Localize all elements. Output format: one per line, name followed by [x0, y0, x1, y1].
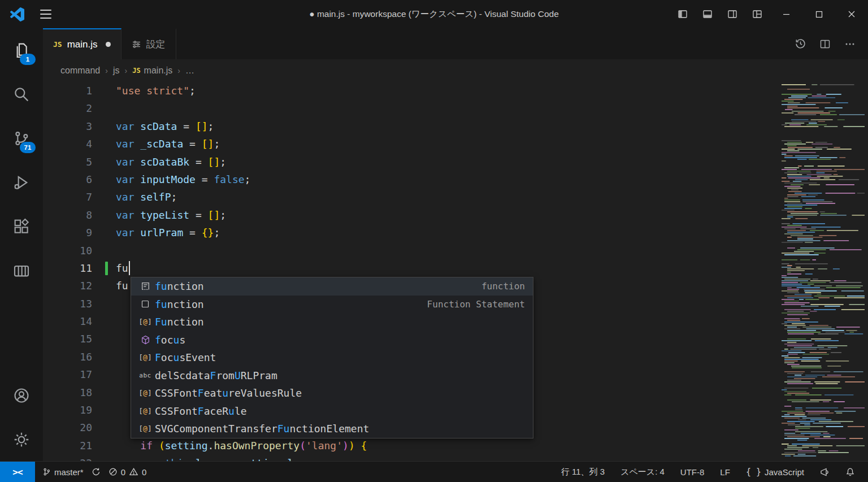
breadcrumb-file[interactable]: JS main.js	[132, 66, 172, 76]
gutter	[92, 135, 116, 153]
suggestion-item[interactable]: [@]SVGComponentTransferFunctionElement	[131, 420, 533, 438]
language-mode[interactable]: { } JavaScript	[741, 467, 809, 477]
sidebar-item-library[interactable]	[0, 249, 43, 293]
notifications-bell-icon[interactable]	[840, 467, 860, 477]
menu-icon[interactable]	[33, 5, 58, 24]
suggestion-label: Function	[155, 316, 204, 328]
warning-count: 0	[142, 467, 146, 477]
breadcrumb-folder[interactable]: js	[113, 66, 120, 76]
class-symbol-icon: [@]	[136, 407, 155, 415]
sidebar-item-source-control[interactable]: 71	[0, 116, 43, 160]
suggestion-label: function	[155, 280, 204, 292]
cursor-position[interactable]: 行 11、列 3	[556, 467, 610, 477]
code-text: var urlPram = {};	[116, 224, 220, 241]
history-icon[interactable]	[790, 34, 810, 54]
gutter	[92, 312, 116, 330]
gutter-added-indicator	[105, 262, 108, 275]
error-count: 0	[121, 467, 125, 477]
window-title: ● main.js - myworkspace (ワークスペース) - Visu…	[309, 8, 559, 20]
suggestion-label: focus	[155, 334, 185, 346]
minimap-container	[777, 59, 868, 462]
encoding[interactable]: UTF-8	[675, 467, 710, 477]
suggestion-item[interactable]: [@]CSSFontFeatureValuesRule	[131, 384, 533, 402]
suggestion-item[interactable]: [@]Function	[131, 313, 533, 331]
cube-symbol-icon	[136, 335, 155, 345]
code-line[interactable]: 3var scData = [];	[43, 118, 777, 135]
code-line[interactable]: 10	[43, 242, 777, 259]
settings-tune-icon	[132, 40, 141, 49]
remote-icon: ><	[12, 467, 22, 477]
eol-sequence[interactable]: LF	[715, 467, 735, 477]
code-line[interactable]: 8var typeList = [];	[43, 206, 777, 224]
feedback-icon[interactable]	[815, 467, 835, 477]
js-file-icon: JS	[53, 40, 62, 49]
toggle-primary-sidebar-icon[interactable]	[670, 0, 695, 28]
gutter	[92, 259, 116, 277]
suggestion-item[interactable]: functionFunction Statement	[131, 296, 533, 314]
class-symbol-icon: [@]	[136, 318, 155, 326]
sidebar-item-extensions[interactable]	[0, 205, 43, 249]
tab-main-js[interactable]: JS main.js	[43, 28, 121, 59]
breadcrumb: command › js › JS main.js › …	[43, 59, 777, 82]
breadcrumb-folder[interactable]: command	[60, 66, 100, 76]
more-actions-icon[interactable]	[840, 34, 860, 54]
suggestion-label: SVGComponentTransferFunctionElement	[155, 423, 369, 435]
branch-status[interactable]: master*	[38, 467, 88, 477]
line-number: 16	[43, 348, 92, 366]
code-line[interactable]: 11fu	[43, 259, 777, 277]
sync-icon	[92, 467, 101, 476]
accounts-button[interactable]	[0, 374, 43, 418]
sidebar-item-run-and-debug[interactable]	[0, 160, 43, 205]
indentation[interactable]: スペース: 4	[615, 467, 670, 477]
code-line[interactable]: 7var selfP;	[43, 188, 777, 206]
suggestion-item[interactable]: focus	[131, 331, 533, 349]
close-button[interactable]	[835, 0, 868, 28]
gutter	[92, 437, 116, 454]
gutter	[92, 171, 116, 188]
line-number: 8	[43, 206, 92, 224]
tab-settings[interactable]: 設定	[121, 28, 176, 59]
gutter	[92, 348, 116, 366]
braces-icon: { }	[746, 467, 761, 477]
code-line[interactable]: 4var _scData = [];	[43, 135, 777, 153]
git-branch-icon	[42, 467, 51, 476]
sidebar-item-explorer[interactable]: 1	[0, 28, 43, 72]
modified-indicator[interactable]	[106, 42, 111, 47]
snippet-symbol-icon	[136, 281, 155, 291]
minimap[interactable]	[780, 82, 865, 459]
customize-layout-icon[interactable]	[745, 0, 770, 28]
vscode-logo-icon	[10, 7, 24, 21]
code-line[interactable]: 6var inputMode = false;	[43, 171, 777, 188]
minimize-button[interactable]	[770, 0, 802, 28]
suggestion-item[interactable]: [@]FocusEvent	[131, 349, 533, 367]
problems-status[interactable]: 0 0	[105, 467, 151, 477]
code-line[interactable]: 5var scDataBk = [];	[43, 153, 777, 171]
suggestion-item[interactable]: abcdelScdataFromURLPram	[131, 367, 533, 385]
settings-button[interactable]	[0, 418, 43, 462]
line-number: 15	[43, 330, 92, 348]
gutter	[92, 82, 116, 99]
code-line[interactable]: 1"use strict";	[43, 82, 777, 99]
chevron-right-icon: ›	[124, 66, 127, 75]
line-number: 2	[43, 99, 92, 117]
toggle-panel-icon[interactable]	[695, 0, 720, 28]
remote-indicator[interactable]: ><	[0, 462, 35, 482]
toggle-secondary-sidebar-icon[interactable]	[720, 0, 745, 28]
code-text: var selfP;	[116, 188, 177, 206]
code-line[interactable]: 9var urlPram = {};	[43, 224, 777, 241]
sidebar-item-search[interactable]	[0, 72, 43, 116]
suggestion-item[interactable]: functionfunction	[131, 277, 533, 296]
accounts-icon	[12, 387, 31, 405]
keyword-symbol-icon	[136, 299, 155, 309]
extensions-icon	[12, 218, 31, 236]
code-line[interactable]: 2	[43, 99, 777, 117]
code-line[interactable]: 21 if (setting.hasOwnProperty('lang')) {	[43, 437, 777, 454]
gutter	[92, 206, 116, 224]
split-editor-icon[interactable]	[815, 34, 835, 54]
suggestion-item[interactable]: [@]CSSFontFaceRule	[131, 402, 533, 420]
line-number: 7	[43, 188, 92, 206]
code-text: fu	[116, 277, 128, 294]
maximize-button[interactable]	[802, 0, 835, 28]
sync-button[interactable]	[88, 467, 105, 476]
breadcrumb-symbol[interactable]: …	[185, 66, 194, 76]
